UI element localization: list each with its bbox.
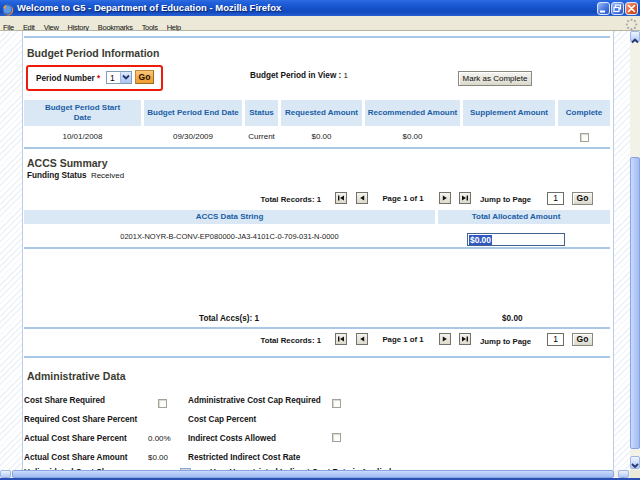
- cost-share-required-checkbox[interactable]: [158, 399, 167, 408]
- jump-to-page-label-1: Jump to Page: [480, 195, 531, 204]
- indirect-costs-allowed-checkbox[interactable]: [332, 433, 341, 442]
- col-header-requested: Requested Amount: [281, 100, 362, 126]
- allocated-amount-selected-text: $0.00: [469, 235, 492, 245]
- col-header-end-date: Budget Period End Date: [144, 100, 242, 126]
- cell-start-date: 10/01/2008: [24, 132, 141, 141]
- accs-section-bottom-rule: [24, 356, 610, 358]
- budget-period-in-view: Budget Period in View : 1: [250, 71, 348, 80]
- minimize-button[interactable]: [597, 2, 610, 15]
- jump-to-page-input-1[interactable]: 1: [547, 192, 564, 205]
- last-page-button-2[interactable]: [459, 333, 471, 345]
- window-title: Welcome to G5 - Department of Education …: [17, 2, 281, 13]
- accs-section-title: ACCS Summary: [27, 157, 108, 169]
- col-header-complete: Complete: [558, 100, 610, 126]
- select-dropdown-icon[interactable]: [120, 72, 131, 83]
- jump-go-button-2[interactable]: Go: [572, 333, 593, 346]
- total-records-1: Total Records: 1: [240, 195, 321, 204]
- funding-status-value: Received: [91, 171, 124, 180]
- total-accs-amount: $0.00: [502, 314, 523, 323]
- admin-cost-cap-checkbox[interactable]: [332, 399, 341, 408]
- actual-cost-share-percent-label: Actual Cost Share Percent: [24, 434, 127, 443]
- jump-to-page-input-2[interactable]: 1: [547, 333, 564, 346]
- prev-page-button[interactable]: [356, 192, 368, 204]
- totals-bottom-rule: [24, 327, 610, 329]
- next-page-button-2[interactable]: [439, 333, 451, 345]
- close-button[interactable]: [625, 2, 638, 15]
- restore-button[interactable]: [611, 2, 624, 15]
- cost-share-required-label: Cost Share Required: [24, 396, 105, 405]
- indirect-costs-allowed-label: Indirect Costs Allowed: [188, 434, 276, 443]
- col-header-recommended: Recommended Amount: [365, 100, 460, 126]
- scroll-down-icon[interactable]: [630, 456, 640, 469]
- admin-cost-cap-label: Administrative Cost Cap Required: [188, 396, 321, 405]
- actual-cost-share-percent-value: 0.00%: [148, 434, 171, 443]
- next-page-button[interactable]: [439, 192, 451, 204]
- col-header-start-date: Budget Period Start Date: [24, 100, 141, 126]
- required-asterisk: *: [97, 74, 100, 83]
- top-rule: [24, 36, 610, 38]
- col-header-status: Status: [245, 100, 278, 126]
- activity-throbber-icon: [625, 17, 638, 30]
- page-indicator-1: Page 1 of 1: [370, 194, 436, 203]
- budget-period-in-view-text: Budget Period in View :: [250, 71, 341, 80]
- jump-to-page-label-2: Jump to Page: [480, 337, 531, 346]
- browser-window: Welcome to G5 - Department of Education …: [0, 0, 640, 480]
- funding-status: Funding Status Received: [27, 171, 124, 180]
- allocated-amount-input[interactable]: $0.00: [467, 233, 565, 246]
- jump-go-button-1[interactable]: Go: [572, 192, 593, 205]
- required-cost-share-label: Required Cost Share Percent: [24, 415, 137, 424]
- cell-status: Current: [245, 132, 278, 141]
- actual-cost-share-amount-value: $0.00: [148, 453, 168, 462]
- menu-bar: FileEditViewHistoryBookmarksToolsHelp: [0, 16, 640, 31]
- period-number-value: 1: [110, 73, 115, 83]
- first-page-button[interactable]: [335, 192, 347, 204]
- firefox-icon: [2, 2, 14, 14]
- cost-cap-percent-label: Cost Cap Percent: [188, 415, 256, 424]
- accs-col-header-amount: Total Allocated Amount: [438, 210, 610, 224]
- accs-data-string: 0201X-NOYR-B-CONV-EP080000-JA3-4101C-0-7…: [24, 232, 435, 241]
- mark-as-complete-button[interactable]: Mark as Complete: [458, 71, 532, 86]
- total-accs-label: Total Accs(s): 1: [199, 314, 259, 323]
- scroll-left-icon[interactable]: [0, 470, 11, 478]
- horizontal-scrollbar[interactable]: [0, 470, 630, 478]
- page-viewport: Budget Period Information Period Number …: [0, 31, 630, 470]
- cell-end-date: 09/30/2009: [144, 132, 242, 141]
- period-number-label: Period Number *: [36, 74, 100, 83]
- cell-requested: $0.00: [281, 132, 362, 141]
- budget-period-in-view-value: 1: [344, 71, 348, 80]
- period-number-select[interactable]: 1: [106, 71, 132, 84]
- scroll-right-icon[interactable]: [618, 470, 629, 478]
- period-go-button[interactable]: Go: [135, 70, 154, 84]
- accs-col-header-string: ACCS Data String: [24, 210, 435, 224]
- horizontal-scroll-thumb[interactable]: [12, 470, 614, 478]
- col-header-supplement: Supplement Amount: [463, 100, 555, 126]
- first-page-button-2[interactable]: [335, 333, 347, 345]
- complete-checkbox[interactable]: [580, 133, 589, 142]
- actual-cost-share-amount-label: Actual Cost Share Amount: [24, 453, 127, 462]
- title-bar: Welcome to G5 - Department of Education …: [0, 0, 640, 16]
- total-records-2: Total Records: 1: [240, 336, 321, 345]
- restricted-indirect-label: Restricted Indirect Cost Rate: [188, 453, 300, 462]
- vertical-scroll-thumb[interactable]: [630, 157, 640, 449]
- scroll-up-icon[interactable]: [630, 31, 640, 42]
- vertical-scrollbar[interactable]: [630, 31, 640, 470]
- budget-table-bottom-rule: [24, 147, 610, 149]
- last-page-button[interactable]: [459, 192, 471, 204]
- cell-recommended: $0.00: [365, 132, 460, 141]
- prev-page-button-2[interactable]: [356, 333, 368, 345]
- period-number-text: Period Number: [36, 74, 95, 83]
- budget-period-section-title: Budget Period Information: [27, 47, 159, 59]
- accs-row-bottom-rule: [24, 247, 610, 249]
- admin-section-title: Administrative Data: [27, 370, 126, 382]
- scrollbar-corner: [630, 470, 640, 478]
- funding-status-text: Funding Status: [27, 171, 87, 180]
- page-indicator-2: Page 1 of 1: [370, 335, 436, 344]
